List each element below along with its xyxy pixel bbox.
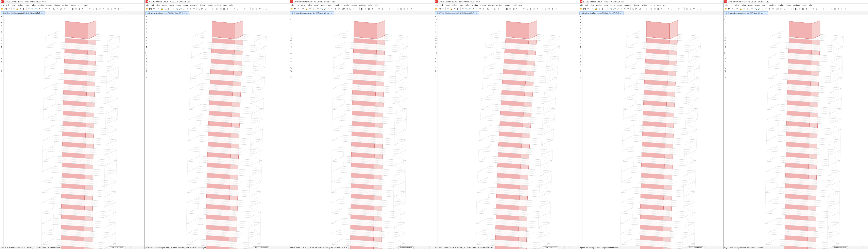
beam-icon[interactable]: | — [0, 30, 3, 33]
menu-edit[interactable]: Edit — [440, 4, 445, 6]
rect-area-icon[interactable]: ▱ — [434, 42, 437, 45]
shell-icon[interactable]: ▱ — [822, 7, 825, 10]
info-icon[interactable]: ℹ — [695, 7, 699, 10]
isolate-icon[interactable]: ◎ — [255, 7, 258, 10]
help-icon[interactable]: ? — [699, 7, 702, 10]
folder-open-icon[interactable]: 📂 — [290, 7, 293, 10]
point-icon[interactable]: • — [825, 7, 829, 10]
quick-frame-icon[interactable]: ∖ — [0, 27, 3, 30]
copy-icon[interactable]: ⧉ — [579, 70, 582, 72]
area-icon[interactable]: ▭ — [724, 39, 726, 42]
shear-icon[interactable]: ↯ — [805, 7, 808, 10]
elev-icon[interactable]: El — [349, 7, 352, 10]
opening-icon[interactable]: ◯ — [724, 51, 726, 54]
refresh-view-icon[interactable]: ⟲ — [113, 7, 117, 10]
react-icon[interactable]: ⤓ — [815, 7, 818, 10]
folder-open-icon[interactable]: 📂 — [724, 7, 727, 10]
rotate-3d-icon[interactable]: ⟳ — [482, 7, 485, 10]
extend-icon[interactable]: ⤡ — [0, 76, 3, 79]
zoom-window-icon[interactable]: ⌗ — [186, 7, 189, 10]
slab-icon[interactable]: ▬ — [145, 48, 148, 51]
view-tab[interactable]: 3-D View - Displacements (D+EQ) Step 3/9… — [290, 11, 334, 14]
extend-icon[interactable]: ⤡ — [579, 76, 582, 79]
column-icon[interactable]: — — [579, 33, 582, 36]
menu-design[interactable]: Design — [206, 4, 213, 6]
undo-icon[interactable]: ↶ — [586, 7, 590, 10]
shell-icon[interactable]: ▱ — [677, 7, 680, 10]
menu-file[interactable]: File — [580, 4, 584, 6]
frame-icon[interactable]: │ — [674, 7, 677, 10]
menu-assign[interactable]: Assign — [37, 4, 44, 6]
refresh-view-icon[interactable]: ⟲ — [548, 7, 551, 10]
menu-define[interactable]: Define — [595, 4, 602, 6]
select-icon[interactable]: ▭ — [508, 7, 512, 10]
dimension-icon[interactable]: ⟂ — [724, 54, 726, 57]
point-draw-icon[interactable]: • — [434, 21, 437, 24]
select-arrow-icon[interactable]: ▲ — [434, 15, 437, 18]
select-arrow-icon[interactable]: ▲ — [289, 15, 292, 18]
menu-edit[interactable]: Edit — [150, 4, 155, 6]
rotate-3d-icon[interactable]: ⟳ — [771, 7, 775, 10]
point-icon[interactable]: • — [247, 7, 250, 10]
zoom-extents-icon[interactable]: ⤢ — [37, 7, 41, 10]
plan-icon[interactable]: Pl — [56, 7, 59, 10]
elev-icon[interactable]: El — [493, 7, 497, 10]
menu-analyze[interactable]: Analyze — [479, 4, 487, 6]
view-tab[interactable]: 3-D View - Displacements (D+EQ) Step 5/9… — [580, 11, 623, 14]
refresh-icon[interactable]: ↻ — [164, 7, 167, 10]
column-icon[interactable]: — — [434, 33, 437, 36]
menu-draw[interactable]: Draw — [24, 4, 30, 6]
shell-icon[interactable]: ▱ — [98, 7, 102, 10]
isolate-icon[interactable]: ◎ — [544, 7, 547, 10]
mirror-icon[interactable]: ⇋ — [289, 67, 292, 69]
wall-icon[interactable]: ▮ — [0, 45, 3, 48]
refresh-view-icon[interactable]: ⟲ — [258, 7, 261, 10]
extend-icon[interactable]: ⤡ — [145, 76, 148, 79]
folder-open-icon[interactable]: 📂 — [145, 7, 149, 10]
up-icon[interactable]: ↑ — [786, 7, 789, 10]
menu-assign[interactable]: Assign — [327, 4, 334, 6]
undo-icon[interactable]: ↶ — [442, 7, 445, 10]
up-icon[interactable]: ↑ — [63, 7, 66, 10]
close-tab-button[interactable]: × — [186, 12, 187, 14]
table-icon[interactable]: ▦ — [512, 7, 515, 10]
mirror-icon[interactable]: ⇋ — [579, 67, 582, 69]
frame-draw-icon[interactable]: / — [579, 24, 582, 27]
snap-icon[interactable]: ⌖ — [724, 64, 726, 66]
info-icon[interactable]: ℹ — [117, 7, 120, 10]
point-draw-icon[interactable]: • — [289, 21, 292, 24]
3d-icon[interactable]: 3D — [631, 7, 634, 10]
column-icon[interactable]: — — [145, 33, 148, 36]
brace-icon[interactable]: ╳ — [579, 36, 582, 39]
slab-icon[interactable]: ▬ — [724, 48, 726, 51]
zoom-out-icon[interactable]: 🔎 — [179, 7, 182, 10]
run-icon[interactable]: ▶ — [23, 7, 26, 10]
menu-tools[interactable]: Tools — [656, 4, 662, 6]
3d-icon[interactable]: 3D — [53, 7, 56, 10]
quick-frame-icon[interactable]: ∖ — [724, 27, 726, 30]
folder-open-icon[interactable]: 📂 — [580, 7, 583, 10]
text-icon[interactable]: T — [289, 60, 292, 63]
text-icon[interactable]: T — [579, 60, 582, 63]
brace-icon[interactable]: ╳ — [724, 36, 726, 39]
react-icon[interactable]: ⤓ — [670, 7, 674, 10]
dimension-icon[interactable]: ⟂ — [0, 54, 3, 57]
model-viewport[interactable] — [148, 14, 289, 249]
frame-icon[interactable]: │ — [95, 7, 98, 10]
close-tab-button[interactable]: × — [475, 12, 476, 14]
3d-icon[interactable]: 3D — [487, 7, 490, 10]
refresh-icon[interactable]: ↻ — [308, 7, 312, 10]
menu-tools[interactable]: Tools — [801, 4, 807, 6]
run-icon[interactable]: ▶ — [601, 7, 604, 10]
menu-display[interactable]: Display — [632, 4, 640, 6]
reshape-icon[interactable]: ◫ — [145, 18, 148, 21]
slab-icon[interactable]: ▬ — [0, 48, 3, 51]
grid-icon[interactable]: # — [289, 57, 292, 60]
select-arrow-icon[interactable]: ▲ — [0, 15, 3, 18]
frame-icon[interactable]: │ — [818, 7, 822, 10]
model-viewport[interactable] — [727, 14, 868, 249]
def-shape-icon[interactable]: ≋ — [377, 7, 381, 10]
shear-icon[interactable]: ↯ — [515, 7, 519, 10]
zoom-in-icon[interactable]: 🔍 — [31, 7, 34, 10]
menu-draw[interactable]: Draw — [603, 4, 609, 6]
